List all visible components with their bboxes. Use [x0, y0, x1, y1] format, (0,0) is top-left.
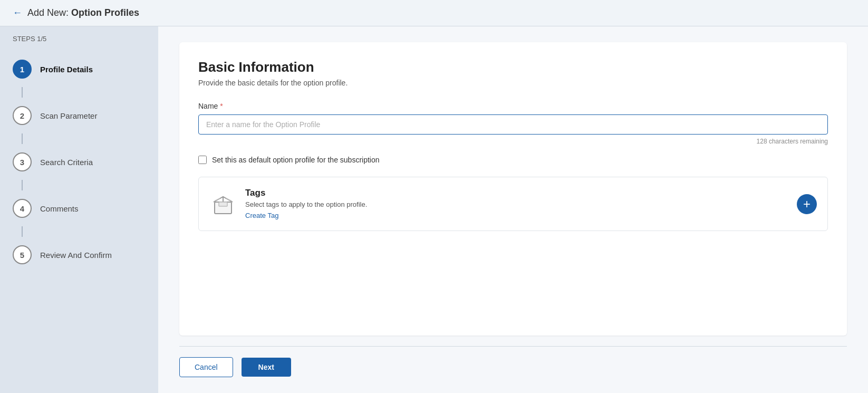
name-label: Name * — [198, 102, 828, 110]
sidebar-item-scan-parameter[interactable]: 2 Scan Parameter — [0, 98, 158, 133]
sidebar-item-review-confirm[interactable]: 5 Review And Confirm — [0, 237, 158, 273]
footer-actions: Cancel Next — [179, 357, 847, 377]
default-profile-label[interactable]: Set this as default option profile for t… — [212, 156, 380, 164]
form-title: Basic Information — [198, 59, 828, 75]
page-heading: Add New: Option Profiles — [27, 7, 139, 18]
tags-section: Tags Select tags to apply to the option … — [198, 177, 828, 231]
sidebar-item-comments[interactable]: 4 Comments — [0, 190, 158, 226]
step-number-4: 4 — [13, 199, 32, 218]
create-tag-link[interactable]: Create Tag — [245, 212, 278, 219]
tags-title: Tags — [245, 188, 788, 198]
required-indicator: * — [220, 102, 223, 110]
cancel-button[interactable]: Cancel — [179, 357, 233, 377]
step-number-3: 3 — [13, 152, 32, 171]
step-connector-3-4 — [22, 180, 23, 190]
tags-description: Select tags to apply to the option profi… — [245, 200, 788, 208]
svg-rect-2 — [219, 202, 227, 206]
step-label-2: Scan Parameter — [40, 111, 97, 120]
top-bar: ← Add New: Option Profiles — [0, 0, 868, 26]
step-label-3: Search Criteria — [40, 158, 93, 167]
step-connector-2-3 — [22, 133, 23, 144]
sidebar-item-search-criteria[interactable]: 3 Search Criteria — [0, 144, 158, 180]
box-icon — [210, 191, 236, 217]
step-connector-4-5 — [22, 226, 23, 237]
sidebar-item-profile-details[interactable]: 1 Profile Details — [0, 51, 158, 87]
footer-divider — [179, 346, 847, 347]
name-input[interactable] — [198, 114, 828, 135]
step-connector-1-2 — [22, 87, 23, 98]
main-layout: STEPS 1/5 1 Profile Details 2 Scan Param… — [0, 26, 868, 393]
add-tag-button[interactable]: + — [797, 194, 817, 214]
step-number-2: 2 — [13, 106, 32, 125]
form-subtitle: Provide the basic details for the option… — [198, 79, 828, 87]
tags-icon — [209, 190, 237, 218]
form-card: Basic Information Provide the basic deta… — [179, 42, 847, 336]
step-number-1: 1 — [13, 60, 32, 79]
step-number-5: 5 — [13, 245, 32, 264]
step-label-5: Review And Confirm — [40, 251, 112, 260]
default-checkbox-row: Set this as default option profile for t… — [198, 156, 828, 164]
steps-label: STEPS 1/5 — [0, 35, 158, 51]
step-label-1: Profile Details — [40, 65, 93, 74]
next-button[interactable]: Next — [242, 358, 291, 377]
tags-info: Tags Select tags to apply to the option … — [245, 188, 788, 220]
main-panel: Basic Information Provide the basic deta… — [158, 26, 868, 393]
sidebar: STEPS 1/5 1 Profile Details 2 Scan Param… — [0, 26, 158, 393]
default-profile-checkbox[interactable] — [198, 156, 207, 164]
step-label-4: Comments — [40, 204, 79, 213]
char-count: 128 characters remaining — [198, 138, 828, 145]
back-button[interactable]: ← — [13, 7, 22, 18]
